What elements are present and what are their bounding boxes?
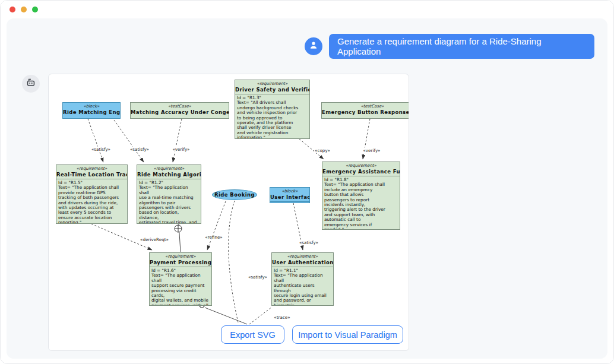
minimize-window-icon[interactable]: [21, 7, 27, 12]
node-stereotype: «requirement»: [235, 80, 309, 87]
robot-icon: [25, 77, 37, 91]
relationship-edge: [205, 308, 247, 324]
diagram-node-ride-matching-engine: «block»Ride Matching Engine: [62, 102, 121, 119]
diagram-node-matching-accuracy-under-congestion: «testCase»Matching Accuracy Under Conges…: [130, 102, 229, 119]
node-title: Payment Processing: [150, 259, 211, 265]
export-svg-button[interactable]: Export SVG: [221, 325, 284, 344]
relationship-edge: [229, 201, 238, 322]
node-title: Ride Matching Engine: [63, 109, 120, 115]
node-body: Id = "R1.2" Text= "The application shall…: [137, 179, 201, 224]
node-title: Driver Safety and Verification: [235, 87, 309, 93]
node-title: Emergency Button Response Time: [322, 109, 409, 115]
diagram-node-user-authentication: «requirement»User AuthenticationId = "R1…: [271, 252, 334, 306]
diagram-node-driver-safety-and-verification: «requirement»Driver Safety and Verificat…: [235, 80, 310, 139]
node-stereotype: «requirement»: [137, 165, 201, 172]
person-icon: [308, 40, 319, 53]
maximize-window-icon[interactable]: [32, 7, 38, 12]
relationship-edge: [249, 307, 272, 324]
diagram-node-emergency-button-response-time: «testCase»Emergency Button Response Time: [321, 102, 409, 119]
node-stereotype: «block»: [270, 188, 309, 194]
node-stereotype: «testCase»: [131, 103, 229, 109]
node-title: User Authentication: [272, 259, 333, 265]
diagram-node-emergency-assistance-function: «requirement»Emergency Assistance Functi…: [322, 162, 400, 230]
user-message-text: Generate a requirement diagram for a Rid…: [337, 36, 586, 56]
node-title: Matching Accuracy Under Congestion: [131, 109, 229, 115]
diagram-node-payment-processing: «requirement»Payment ProcessingId = "R1.…: [149, 252, 212, 306]
diagram-node-user-interface: «block»User Interface: [270, 187, 310, 203]
relationship-edge: [88, 119, 103, 162]
node-body: Id = "R1.5" Text= "The application shall…: [56, 179, 127, 224]
node-stereotype: «requirement»: [56, 165, 127, 172]
app-window: Generate a requirement diagram for a Rid…: [0, 0, 614, 364]
relationship-edge: [299, 139, 324, 159]
node-title: Ride Booking: [214, 192, 255, 198]
user-avatar: [305, 37, 322, 55]
diagram-canvas: «satisfy»«satisfy»«verify»«copy»«verify»…: [48, 74, 409, 351]
node-stereotype: «requirement»: [272, 253, 333, 259]
relationship-edge: [293, 203, 303, 250]
node-body: Id = "R1.6" Text= "The application shall…: [150, 267, 211, 306]
relationship-edge: [173, 119, 182, 162]
node-title: Ride Matching Algorithm: [137, 172, 201, 178]
diagram-node-real-time-location-tracking: «requirement»Real-Time Location Tracking…: [56, 164, 128, 224]
import-visual-paradigm-button[interactable]: Import to Visual Paradigm: [292, 325, 403, 344]
node-title: Emergency Assistance Function: [322, 169, 400, 175]
diagram-node-ride-matching-algorithm: «requirement»Ride Matching AlgorithmId =…: [137, 164, 201, 224]
node-stereotype: «requirement»: [322, 162, 400, 169]
node-body: Id = "R1.8" Text= "The application shall…: [322, 176, 400, 230]
node-title: User Interface: [270, 194, 309, 200]
relationship-edge: [114, 120, 144, 162]
node-compartment: [270, 201, 309, 203]
relationship-edge: [91, 224, 152, 250]
node-stereotype: «requirement»: [150, 253, 211, 259]
circle-plus-icon: [175, 225, 182, 232]
node-stereotype: «testCase»: [322, 103, 409, 109]
bot-avatar: [22, 75, 40, 93]
window-titlebar: [1, 1, 613, 18]
close-window-icon[interactable]: [10, 7, 15, 12]
node-title: Real-Time Location Tracking: [56, 172, 127, 178]
user-message-bubble: Generate a requirement diagram for a Rid…: [329, 34, 594, 59]
relationship-edge: [363, 119, 370, 159]
relationship-edge: [207, 201, 226, 250]
diagram-node-ride-booking: Ride Booking: [212, 189, 257, 200]
node-stereotype: «block»: [63, 103, 120, 109]
node-body: Id = "R1.1" Text= "The application shall…: [272, 267, 333, 306]
node-body: Id = "R1.3" Text= "All drivers shall und…: [235, 94, 309, 139]
